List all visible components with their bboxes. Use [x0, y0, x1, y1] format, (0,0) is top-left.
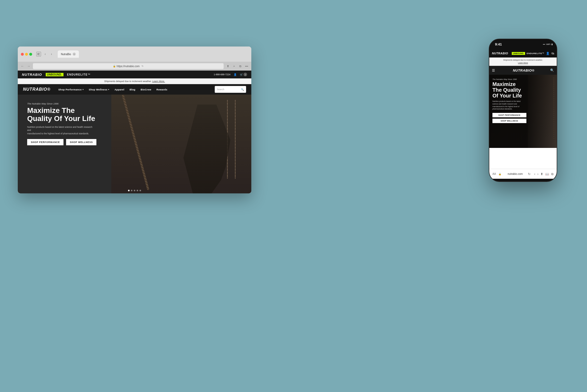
lock-icon-mobile: 🔒 — [498, 173, 501, 175]
hero-dots — [128, 190, 141, 191]
toolbar-actions: ⬆ + ⧉ ••• — [226, 64, 249, 68]
phone-time: 9:41 — [495, 42, 502, 46]
duplicate-icon[interactable]: ⧉ — [238, 64, 242, 68]
browser-toolbar: ← → 🔒 https://nutrabio.com ↻ ⬆ + ⧉ ••• — [18, 62, 251, 71]
mobile-alert-text: Shipments delayed due to inclement weath… — [503, 59, 543, 61]
mobile-hero-content: The Nutrabio Way Since 1996 MaximizeThe … — [492, 78, 536, 124]
user-icon[interactable]: 👤 — [234, 73, 237, 76]
endurelite-logo[interactable]: ENDURELITE™ — [67, 73, 91, 76]
phone-bottom-toolbar: AA 🔒 nutrabio.com ↻ ‹ › ⬆ 📖 ⧉ — [489, 169, 557, 179]
hero-section: The Nutrabio Way Since 1996 Maximize The… — [18, 95, 251, 193]
nav-biocrew[interactable]: BioCrew — [138, 84, 154, 95]
cart-area[interactable]: 🛒 1 — [240, 73, 247, 76]
nav-blog[interactable]: Blog — [127, 84, 138, 95]
chevron-down-icon: ▾ — [83, 89, 84, 91]
more-icon[interactable]: ••• — [245, 64, 249, 68]
mobile-nav-logo[interactable]: NUTRABIO® — [497, 68, 550, 72]
chevron-down-icon: ▾ — [108, 89, 109, 91]
maximize-button[interactable] — [29, 53, 32, 56]
mobile-icons-right: 👤 🛍 — [546, 52, 554, 55]
phone-notch — [513, 39, 533, 44]
mobile-shop-performance-button[interactable]: SHOP PERFORMANCE — [492, 113, 526, 117]
browser-tab[interactable]: NutraBio × — [58, 50, 79, 58]
shop-performance-button[interactable]: SHOP PERFORMANCE — [27, 139, 63, 145]
mobile-website: NUTRABIO UNBOUND. ENDURELITE™ 👤 🛍 Shipme… — [489, 49, 557, 169]
mobile-user-icon[interactable]: 👤 — [546, 52, 550, 55]
share-icon-mobile[interactable]: ⬆ — [540, 172, 543, 176]
search-icon[interactable]: 🔍 — [241, 88, 244, 91]
phone-notch-area: 9:41 ▪▪▪ WiFi ▮ — [489, 39, 557, 49]
next-page-icon[interactable]: › — [537, 172, 538, 176]
nav-shop-performance[interactable]: Shop Performance ▾ — [56, 84, 86, 95]
unbound-logo[interactable]: UNBOUND. — [46, 73, 63, 76]
hero-description: Nutrition products based on the latest s… — [27, 125, 95, 135]
svg-rect-0 — [37, 53, 40, 54]
reload-icon[interactable]: ↻ — [142, 65, 144, 67]
tab-close-button[interactable]: × — [73, 53, 76, 56]
nav-bar: NUTRABIO® Shop Performance ▾ Shop Wellne… — [18, 84, 251, 95]
mobile-url-bar[interactable]: nutrabio.com — [504, 172, 526, 175]
svg-rect-1 — [37, 54, 39, 54]
hero-buttons: SHOP PERFORMANCE SHOP WELLNESS — [27, 139, 96, 145]
back-button[interactable]: ‹ — [43, 52, 47, 56]
nav-apparel[interactable]: Apparel — [112, 84, 127, 95]
url-display: https://nutrabio.com — [117, 65, 140, 68]
battery-icon: ▮ — [551, 43, 553, 45]
forward-button[interactable]: › — [49, 52, 54, 56]
mobile-phone: 9:41 ▪▪▪ WiFi ▮ NUTRABIO UNBOUND. ENDURE… — [489, 39, 557, 182]
dot-3[interactable] — [134, 190, 135, 191]
nav-nutrabio-logo[interactable]: NUTRABIO® — [23, 87, 50, 92]
traffic-lights — [21, 53, 32, 56]
search-input[interactable]: Search — [217, 88, 240, 91]
mobile-endurelite-logo[interactable]: ENDURELITE™ — [527, 52, 544, 55]
website-content: NUTRABIO UNBOUND. ENDURELITE™ 1-888-688-… — [18, 71, 251, 193]
dot-1[interactable] — [128, 190, 130, 191]
mobile-shop-wellness-button[interactable]: SHOP WELLNESS — [492, 119, 526, 123]
back-nav-button[interactable]: ← — [20, 64, 25, 68]
new-tab-icon[interactable]: + — [232, 64, 236, 68]
mobile-learn-more-link[interactable]: Learn More — [518, 62, 528, 64]
dot-5[interactable] — [140, 190, 141, 191]
hamburger-icon[interactable]: ☰ — [492, 68, 495, 72]
prev-page-icon[interactable]: ‹ — [534, 172, 535, 176]
alert-learn-more-link[interactable]: Learn More. — [152, 80, 165, 83]
mobile-cart-icon[interactable]: 🛍 — [551, 52, 554, 55]
phone-nav-icons: ‹ › ⬆ 📖 ⧉ — [534, 172, 554, 176]
dot-2[interactable] — [131, 190, 132, 191]
mobile-hero-subtitle: The Nutrabio Way Since 1996 — [492, 78, 536, 80]
hero-content: The Nutrabio Way Since 1996 Maximize The… — [27, 102, 96, 145]
dot-4[interactable] — [137, 190, 138, 191]
alert-text: Shipments delayed due to inclement weath… — [104, 80, 152, 83]
brand-bar-right: 1-888-688-7224 👤 🛒 1 — [214, 73, 247, 76]
mobile-unbound-logo[interactable]: UNBOUND. — [512, 52, 525, 55]
mobile-nutrabio-logo: NUTRABIO — [492, 52, 510, 55]
mobile-reload-icon[interactable]: ↻ — [528, 172, 531, 176]
gym-bar — [235, 100, 236, 179]
minimize-button[interactable] — [25, 53, 28, 56]
font-size-control[interactable]: AA — [492, 172, 496, 175]
nutrabio-logo: NUTRABIO — [22, 73, 42, 77]
mobile-alert-bar: Shipments delayed due to inclement weath… — [489, 57, 557, 66]
tabs-icon[interactable]: ⧉ — [551, 172, 554, 176]
close-button[interactable] — [21, 53, 24, 56]
address-bar[interactable]: 🔒 https://nutrabio.com ↻ — [33, 63, 224, 69]
phone-status-icons: ▪▪▪ WiFi ▮ — [543, 43, 553, 45]
share-icon[interactable]: ⬆ — [226, 64, 230, 68]
shop-wellness-button[interactable]: SHOP WELLNESS — [66, 139, 96, 145]
sidebar-toggle-icon[interactable] — [36, 52, 41, 56]
search-box[interactable]: Search 🔍 — [215, 86, 246, 93]
alert-bar: Shipments delayed due to inclement weath… — [18, 78, 251, 84]
mobile-search-icon[interactable]: 🔍 — [550, 68, 554, 72]
tab-title: NutraBio — [61, 53, 71, 56]
lock-icon: 🔒 — [113, 65, 116, 67]
person-silhouette — [183, 105, 230, 193]
forward-nav-button[interactable]: → — [27, 64, 31, 68]
bookmarks-icon[interactable]: 📖 — [545, 172, 549, 176]
hero-subtitle: The Nutrabio Way Since 1996 — [27, 102, 96, 105]
wifi-icon: WiFi — [546, 43, 550, 45]
mobile-hero: The Nutrabio Way Since 1996 MaximizeThe … — [489, 75, 557, 148]
nav-rewards[interactable]: Rewards — [154, 84, 170, 95]
phone-number: 1-888-688-7224 — [214, 73, 230, 76]
brand-bar: NUTRABIO UNBOUND. ENDURELITE™ 1-888-688-… — [18, 71, 251, 78]
nav-shop-wellness[interactable]: Shop Wellness ▾ — [86, 84, 112, 95]
